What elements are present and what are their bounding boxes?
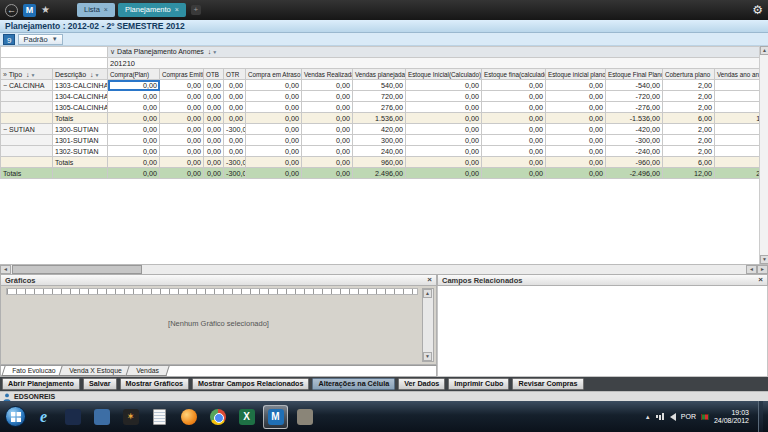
grid-cell[interactable]: 0,00 [546,146,606,157]
grid-cell[interactable]: 420,00 [353,124,406,135]
grid-cell[interactable]: 0,00 [224,91,246,102]
column-header-measure-10[interactable]: Estoque Final Plano [606,69,663,80]
row-group-cell[interactable]: Totais [1,168,53,179]
grid-cell[interactable]: 0,00 [160,124,204,135]
scroll-left2-icon[interactable]: ◄ [746,265,757,274]
scroll-down-icon[interactable]: ▼ [760,255,768,264]
grid-cell[interactable]: 2,00 [663,135,715,146]
chart-scroll-up-icon[interactable]: ▲ [423,289,432,298]
column-header-date[interactable]: ∨ Data Planejamento Anomes ↓▼ [108,47,768,58]
grid-cell[interactable]: 0,00 [546,124,606,135]
grid-cell[interactable]: 0,00 [160,80,204,91]
back-icon[interactable]: ← [5,4,18,17]
column-header-measure-2[interactable]: OTB [204,69,224,80]
column-header-measure-8[interactable]: Estoque fina(calculado) [482,69,546,80]
chrome-icon[interactable] [205,405,230,429]
grid-cell[interactable]: -300,00 [224,157,246,168]
tab-close-icon[interactable]: × [175,3,179,17]
row-group-cell[interactable]: − SUTIAN [1,124,53,135]
notepad-icon[interactable] [147,405,172,429]
grid-cell[interactable]: 0,00 [224,135,246,146]
grid-cell[interactable]: 0,00 [108,124,160,135]
grid-cell[interactable]: 0,00 [302,157,353,168]
grid-cell[interactable]: 0,00 [246,157,302,168]
grid-cell[interactable]: 540,00 [353,80,406,91]
grid-cell[interactable]: 0,00 [482,124,546,135]
grid-cell[interactable]: 2,00 [663,102,715,113]
grid-cell[interactable]: 0,00 [108,146,160,157]
row-group-cell[interactable] [1,146,53,157]
grid-cell[interactable]: 2,00 [663,91,715,102]
grid-cell[interactable]: -240,00 [606,146,663,157]
grid-cell[interactable]: 0,00 [482,168,546,179]
grid-cell[interactable]: -420,00 [606,124,663,135]
column-header-measure-4[interactable]: Compra em Atraso [246,69,302,80]
abrir-planejamento-button[interactable]: Abrir Planejamento [2,378,80,390]
grid-cell[interactable]: 0,00 [246,80,302,91]
mostrar-gráficos-button[interactable]: Mostrar Gráficos [120,378,190,390]
grid-cell[interactable]: 0,00 [108,113,160,124]
grid-cell[interactable]: 0,00 [160,91,204,102]
grid-cell[interactable]: 0,00 [302,135,353,146]
grid-cell[interactable]: 0,00 [224,146,246,157]
grid-cell[interactable]: 240,00 [353,146,406,157]
tab-planejamento[interactable]: Planejamento× [118,3,186,17]
grid-cell[interactable]: 0,00 [546,168,606,179]
grid-cell[interactable]: 0,00 [246,135,302,146]
grid-cell[interactable]: 0,00 [406,146,482,157]
grid-cell[interactable]: 0,00 [108,91,160,102]
grid-cell[interactable]: 0,00 [406,91,482,102]
column-header-measure-6[interactable]: Vendas planejadas [353,69,406,80]
grid-cell[interactable]: 0,00 [302,113,353,124]
grid-cell[interactable]: 0,00 [302,124,353,135]
grid-cell[interactable]: 0,00 [204,157,224,168]
column-header-measure-3[interactable]: OTR [224,69,246,80]
gear-icon[interactable]: ⚙ [752,3,763,17]
revisar-compras-button[interactable]: Revisar Compras [512,378,583,390]
grid-cell[interactable]: 0,00 [406,80,482,91]
grid-cell[interactable]: 0,00 [108,168,160,179]
grid-cell[interactable]: -300,00 [224,124,246,135]
grid-cell[interactable]: 1.536,00 [353,113,406,124]
close-icon[interactable]: × [427,276,432,284]
column-header-measure-11[interactable]: Cobertura plano [663,69,715,80]
flag-icon[interactable] [701,414,709,420]
row-group-cell[interactable] [1,113,53,124]
grid-cell[interactable]: -1.536,00 [606,113,663,124]
grid-cell[interactable]: 0,00 [204,146,224,157]
row-descricao-cell[interactable]: 1305-CALCINHA [53,102,108,113]
column-header-measure-5[interactable]: Vendas Realizadas [302,69,353,80]
close-icon[interactable]: × [758,276,763,284]
tab-lista[interactable]: Lista× [77,3,115,17]
grid-cell[interactable]: 0,00 [204,135,224,146]
grid-cell[interactable]: 2,00 [663,124,715,135]
firefox-icon[interactable] [176,405,201,429]
grid-cell[interactable]: 0,00 [482,146,546,157]
sort-desc-icon[interactable]: ↓ [26,71,30,78]
start-button[interactable] [5,406,26,427]
photo-app-icon[interactable]: ✶ [118,405,143,429]
grid-cell[interactable]: 0,00 [406,113,482,124]
grid-cell[interactable]: -300,00 [224,168,246,179]
internet-explorer-icon[interactable]: e [31,405,56,429]
grid-cell[interactable]: 0,00 [224,102,246,113]
grid-cell[interactable]: -2.496,00 [606,168,663,179]
grid-cell[interactable]: 0,00 [246,113,302,124]
grid-cell[interactable]: 12,00 [663,168,715,179]
new-tab-button[interactable]: + [191,5,201,15]
network-icon[interactable] [656,413,665,420]
grid-cell[interactable]: 0,00 [482,157,546,168]
mostrar-campos-relacionados-button[interactable]: Mostrar Campos Relacionados [192,378,309,390]
grid-cell[interactable]: 0,00 [160,135,204,146]
sort-desc-icon[interactable]: ↓ [208,48,212,55]
salvar-button[interactable]: Salvar [83,378,117,390]
grid-cell[interactable]: -960,00 [606,157,663,168]
column-header-measure-1[interactable]: Compras Emitidas [160,69,204,80]
grid-cell[interactable]: -276,00 [606,102,663,113]
scrollbar-track[interactable] [143,265,746,274]
grid-cell[interactable]: 0,00 [108,80,160,91]
column-header-descricao[interactable]: Descrição ↓▼ [53,69,108,80]
row-group-cell[interactable] [1,157,53,168]
column-header-measure-7[interactable]: Estoque Inicial(Calculado) [406,69,482,80]
grid-cell[interactable]: 0,00 [546,135,606,146]
